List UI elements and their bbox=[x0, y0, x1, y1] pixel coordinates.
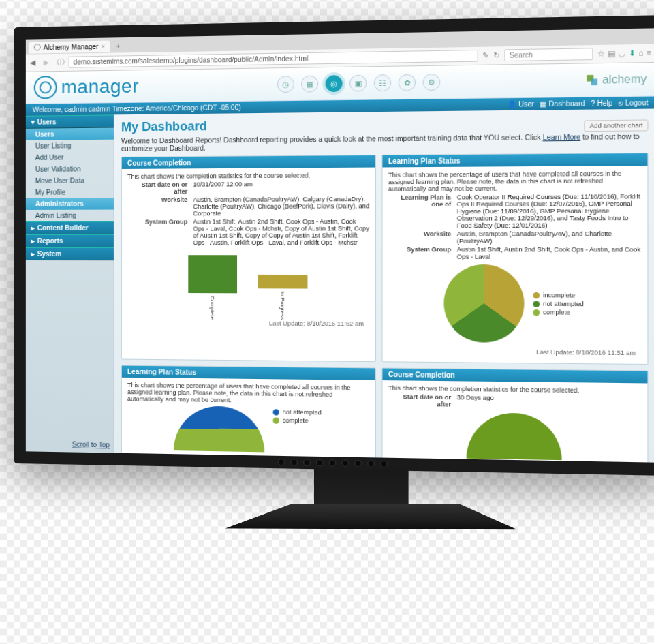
alchemy-icon bbox=[586, 74, 600, 87]
sidebar-group-system[interactable]: ▸ System bbox=[26, 247, 114, 260]
monitor-stand-base bbox=[225, 504, 518, 529]
sidebar-group-content-builder[interactable]: ▸ Content Builder bbox=[26, 221, 114, 234]
sidebar-item-add-user[interactable]: Add User bbox=[26, 151, 114, 164]
nav-icon-1[interactable]: ◷ bbox=[277, 76, 294, 93]
header-nav-icons: ◷ ▦ ◎ ▣ ☷ ✿ ⚙ bbox=[139, 72, 586, 95]
top-link-user[interactable]: 👤 User bbox=[508, 100, 534, 108]
browser-search[interactable]: Search bbox=[504, 48, 593, 61]
monitor-frame: Alchemy Manager × + ◀ ▶ ⓘ demo.sistemlms… bbox=[14, 15, 654, 476]
url-bar[interactable]: demo.sistemlms.com/salesdemo/plugins/das… bbox=[69, 50, 478, 68]
dashboard-cards: Course Completion This chart shows the c… bbox=[121, 153, 649, 463]
bar-complete bbox=[188, 255, 237, 293]
sidebar-item-user-listing[interactable]: User Listing bbox=[26, 140, 114, 152]
logo-icon bbox=[34, 76, 57, 99]
page-intro: Welcome to Dashboard Reports! Dashboard … bbox=[121, 132, 649, 152]
browser-tab[interactable]: Alchemy Manager × bbox=[29, 40, 110, 53]
pie-legend: not attempted complete bbox=[273, 407, 322, 426]
app-body: ▾ Users Users User Listing Add User User… bbox=[26, 109, 654, 463]
top-link-dashboard[interactable]: ▦ Dashboard bbox=[540, 99, 585, 108]
card-last-update: Last Update: 8/10/2016 11:52 am bbox=[127, 319, 370, 331]
card-course-completion-2: Course Completion This chart shows the c… bbox=[382, 368, 648, 463]
pocket-icon[interactable]: ◡ bbox=[618, 49, 625, 59]
logo-text: manager bbox=[61, 75, 140, 98]
card-desc: This chart shows the percentage of users… bbox=[127, 382, 370, 405]
nav-icon-2[interactable]: ▦ bbox=[301, 76, 318, 93]
card-desc: This chart shows the percentage of users… bbox=[388, 170, 642, 192]
monitor-buttons bbox=[278, 459, 388, 467]
reload-icon[interactable]: ↻ bbox=[493, 51, 500, 61]
sidebar-item-move-user-data[interactable]: Move User Data bbox=[26, 174, 114, 187]
info-icon[interactable]: ⓘ bbox=[57, 57, 65, 67]
card-learning-plan-status-2: Learning Plan Status This chart shows th… bbox=[121, 365, 376, 463]
card-course-completion: Course Completion This chart shows the c… bbox=[121, 155, 376, 362]
sidebar-subheader-admins[interactable]: Administrators bbox=[26, 198, 114, 210]
half-pie-chart bbox=[466, 412, 561, 460]
tab-close-icon[interactable]: × bbox=[101, 42, 105, 50]
new-tab-button[interactable]: + bbox=[113, 42, 123, 50]
forward-button[interactable]: ▶ bbox=[44, 58, 53, 67]
sidebar-item-admin-listing[interactable]: Admin Listing bbox=[26, 210, 114, 221]
sidebar-group-reports[interactable]: ▸ Reports bbox=[26, 234, 114, 247]
bookmark-icon[interactable]: ▤ bbox=[608, 49, 615, 59]
card-learning-plan-status: Learning Plan Status This chart shows th… bbox=[382, 153, 648, 365]
nav-icon-4[interactable]: ▣ bbox=[349, 75, 367, 92]
svg-rect-1 bbox=[591, 79, 598, 86]
nav-icon-7[interactable]: ⚙ bbox=[423, 74, 441, 91]
sidebar-item-my-profile[interactable]: My Profile bbox=[26, 186, 114, 198]
top-links: 👤 User ▦ Dashboard ? Help ⎋ Logout bbox=[508, 99, 649, 108]
tab-title: Alchemy Manager bbox=[44, 42, 99, 50]
menu-icon[interactable]: ≡ bbox=[647, 48, 651, 58]
app-logo: manager bbox=[34, 74, 139, 99]
star-icon[interactable]: ☆ bbox=[597, 49, 605, 59]
reader-icon[interactable]: ✎ bbox=[482, 51, 489, 61]
brand-right: alchemy bbox=[586, 73, 647, 87]
sidebar-item-user-validation[interactable]: User Validation bbox=[26, 163, 114, 175]
card-desc: This chart shows the completion statisti… bbox=[127, 172, 370, 180]
half-pie-chart bbox=[174, 405, 264, 452]
top-link-logout[interactable]: ⎋ Logout bbox=[619, 99, 648, 107]
page-title: My Dashboard bbox=[121, 114, 649, 134]
bar-inprogress bbox=[258, 275, 307, 289]
tab-favicon bbox=[34, 44, 41, 50]
download-icon[interactable]: ⬇ bbox=[629, 48, 636, 58]
back-button[interactable]: ◀ bbox=[30, 58, 40, 67]
add-chart-button[interactable]: Add another chart bbox=[585, 119, 649, 132]
card-last-update: Last Update: 8/10/2016 11:51 am bbox=[388, 348, 642, 360]
nav-icon-6[interactable]: ✿ bbox=[399, 74, 416, 91]
screen: Alchemy Manager × + ◀ ▶ ⓘ demo.sistemlms… bbox=[26, 28, 654, 462]
learn-more-link[interactable]: Learn More bbox=[543, 133, 581, 141]
sidebar-group-users[interactable]: ▾ Users bbox=[26, 114, 114, 128]
main-content: My Dashboard Add another chart Welcome t… bbox=[114, 109, 654, 463]
app: manager ◷ ▦ ◎ ▣ ☷ ✿ ⚙ alchemy Welcome, c… bbox=[26, 63, 654, 463]
scroll-to-top-link[interactable]: Scroll to Top bbox=[26, 435, 114, 453]
sidebar-subheader-users[interactable]: Users bbox=[26, 128, 114, 140]
nav-icon-5[interactable]: ☷ bbox=[374, 74, 391, 91]
top-link-help[interactable]: ? Help bbox=[591, 99, 612, 107]
bar-chart: Complete In Progress bbox=[127, 250, 370, 320]
sidebar: ▾ Users Users User Listing Add User User… bbox=[26, 114, 114, 453]
welcome-text: Welcome, cadmin cadmin Timezone: America… bbox=[33, 104, 241, 114]
home-icon[interactable]: ⌂ bbox=[638, 48, 643, 58]
pie-legend: incomplete not attempted complete bbox=[533, 290, 584, 318]
toolbar-icons: ☆ ▤ ◡ ⬇ ⌂ ≡ bbox=[597, 48, 651, 59]
nav-icon-dashboard[interactable]: ◎ bbox=[326, 75, 343, 92]
pie-chart bbox=[444, 264, 525, 343]
